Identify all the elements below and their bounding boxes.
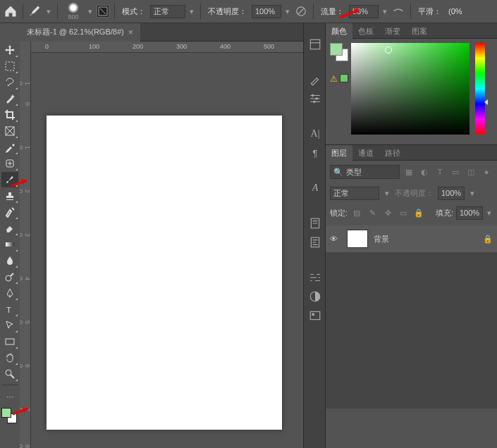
- color-cursor: [385, 46, 392, 54]
- lock-artboard-icon[interactable]: ▭: [397, 206, 410, 219]
- brush-tool[interactable]: [1, 172, 18, 187]
- pen-tool[interactable]: [1, 285, 18, 301]
- rectangle-tool[interactable]: [1, 334, 18, 349]
- brush-settings-icon[interactable]: [305, 90, 325, 107]
- lock-transparent-icon[interactable]: ▨: [350, 206, 363, 219]
- zoom-tool[interactable]: [1, 366, 18, 382]
- brush-panel-icon[interactable]: [97, 5, 109, 18]
- tab-channels[interactable]: 通道: [352, 145, 379, 161]
- filter-toggle-icon[interactable]: ●: [480, 166, 493, 178]
- adjustments-panel-icon[interactable]: [305, 269, 325, 286]
- magic-wand-tool[interactable]: [1, 91, 18, 106]
- tab-layers[interactable]: 图层: [326, 145, 352, 161]
- hue-cursor: [484, 99, 488, 105]
- color-panel: ⚠: [326, 39, 497, 144]
- tab-patterns[interactable]: 图案: [406, 23, 433, 39]
- tab-swatches[interactable]: 色板: [352, 23, 379, 39]
- edit-toolbar-icon[interactable]: ⋯: [1, 390, 18, 405]
- chevron-down-icon[interactable]: ▾: [284, 4, 291, 18]
- canvas-area[interactable]: [31, 53, 303, 448]
- chevron-down-icon[interactable]: ▾: [486, 206, 493, 220]
- brushes-panel-icon[interactable]: [305, 71, 325, 88]
- filter-type-icon[interactable]: T: [434, 166, 446, 178]
- fill-input[interactable]: 100%: [456, 206, 483, 220]
- chevron-down-icon[interactable]: ▾: [384, 186, 391, 200]
- filter-smart-icon[interactable]: ◫: [465, 166, 477, 178]
- svg-point-10: [312, 94, 314, 97]
- lock-paint-icon[interactable]: ✎: [366, 206, 379, 219]
- tab-gradients[interactable]: 渐变: [379, 23, 406, 39]
- hue-slider[interactable]: [475, 43, 485, 135]
- history-panel-icon[interactable]: [305, 36, 325, 53]
- lock-icon[interactable]: 🔒: [483, 235, 493, 244]
- filter-pixel-icon[interactable]: ▦: [403, 166, 415, 178]
- blur-tool[interactable]: [1, 253, 18, 268]
- lock-all-icon[interactable]: 🔒: [412, 206, 425, 219]
- chevron-down-icon[interactable]: ▾: [45, 4, 52, 18]
- history-brush-tool[interactable]: [1, 204, 18, 220]
- document-canvas[interactable]: [47, 116, 282, 430]
- lock-position-icon[interactable]: ✥: [381, 206, 394, 219]
- eraser-tool[interactable]: [1, 220, 18, 236]
- close-icon[interactable]: ×: [128, 27, 133, 37]
- layer-opacity-label: 不透明度：: [395, 188, 434, 199]
- tab-paths[interactable]: 路径: [379, 145, 406, 161]
- fill-label: 填充:: [436, 208, 453, 218]
- pressure-opacity-icon[interactable]: [294, 4, 308, 18]
- document-tab[interactable]: 未标题-1 @ 62.1%(RGB/8#) ×: [20, 23, 140, 42]
- color-panel-tabs: 颜色 色板 渐变 图案: [326, 23, 497, 39]
- lock-label: 锁定:: [330, 208, 348, 218]
- libraries-panel-icon[interactable]: [305, 307, 325, 324]
- layer-filter-search[interactable]: 🔍 类型: [330, 165, 400, 179]
- saturation-value-picker[interactable]: [351, 43, 470, 135]
- panel-foreground-swatch[interactable]: [330, 43, 343, 56]
- filter-shape-icon[interactable]: ▭: [449, 166, 462, 178]
- glyphs-panel-icon[interactable]: A: [305, 180, 325, 197]
- chevron-down-icon[interactable]: ▾: [381, 4, 388, 18]
- options-bar: ▾ 800 ▾ 模式： 正常 ▾ 不透明度： 100% ▾ 流量： 53% ▾ …: [0, 0, 497, 23]
- gradient-tool[interactable]: [1, 237, 18, 252]
- properties-panel-icon[interactable]: [305, 215, 325, 232]
- type-tool[interactable]: T: [1, 301, 18, 317]
- airbrush-icon[interactable]: [391, 4, 405, 18]
- layer-item[interactable]: 👁 背景 🔒: [326, 225, 497, 252]
- gamut-closest-swatch[interactable]: [340, 74, 348, 82]
- layer-thumbnail[interactable]: [347, 230, 368, 248]
- marquee-tool[interactable]: [1, 58, 18, 74]
- frame-tool[interactable]: [1, 123, 18, 139]
- hand-tool[interactable]: [1, 350, 18, 366]
- home-icon[interactable]: [4, 4, 18, 18]
- styles-panel-icon[interactable]: [305, 288, 325, 305]
- info-panel-icon[interactable]: [305, 234, 325, 251]
- opacity-input[interactable]: 100%: [252, 5, 281, 18]
- brush-preset-preview[interactable]: 800: [63, 1, 84, 22]
- blend-mode-select[interactable]: 正常: [150, 5, 185, 18]
- visibility-toggle-icon[interactable]: 👁: [330, 235, 341, 243]
- eyedropper-tool[interactable]: [1, 139, 18, 155]
- chevron-down-icon[interactable]: ▾: [188, 4, 195, 18]
- filter-adjust-icon[interactable]: ◐: [418, 166, 431, 178]
- paragraph-panel-icon[interactable]: ¶: [305, 144, 325, 161]
- layer-blend-select[interactable]: 正常: [330, 187, 379, 200]
- panel-fgbg-swatches[interactable]: ⚠: [330, 43, 345, 140]
- chevron-down-icon[interactable]: ▾: [87, 4, 94, 18]
- crop-tool[interactable]: [1, 107, 18, 123]
- flow-input[interactable]: 53%: [349, 5, 379, 18]
- character-panel-icon[interactable]: A|: [305, 125, 325, 142]
- layer-opacity-input[interactable]: 100%: [438, 187, 465, 200]
- gamut-warning-icon[interactable]: ⚠: [330, 74, 338, 84]
- dodge-tool[interactable]: [1, 269, 18, 285]
- move-tool[interactable]: [1, 42, 18, 58]
- path-select-tool[interactable]: [1, 318, 18, 333]
- healing-tool[interactable]: [1, 156, 18, 171]
- svg-point-12: [313, 101, 315, 103]
- layer-name[interactable]: 背景: [374, 234, 389, 244]
- layers-panel-tabs: 图层 通道 路径: [326, 145, 497, 161]
- chevron-down-icon[interactable]: ▾: [469, 186, 476, 200]
- tab-color[interactable]: 颜色: [326, 23, 352, 39]
- foreground-color-swatch[interactable]: [1, 408, 11, 418]
- brush-tool-icon[interactable]: [28, 4, 42, 18]
- foreground-background-colors[interactable]: [1, 408, 18, 425]
- stamp-tool[interactable]: [1, 188, 18, 204]
- lasso-tool[interactable]: [1, 75, 18, 90]
